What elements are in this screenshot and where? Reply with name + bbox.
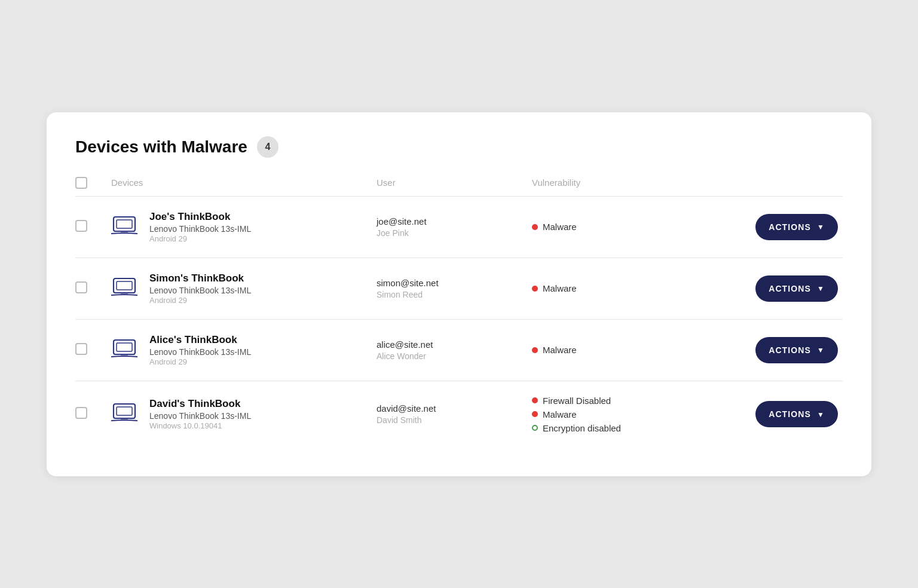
user-cell: simon@site.netSimon Reed [377, 278, 532, 299]
user-cell: alice@site.netAlice Wonder [377, 339, 532, 361]
row-checkbox-0[interactable] [75, 220, 87, 232]
device-name: David's ThinkBook [149, 398, 251, 410]
actions-button-label: ACTIONS [769, 345, 811, 355]
red-dot-icon [532, 411, 538, 417]
vulnerability-cell: Malware [532, 345, 723, 355]
device-info: Simon's ThinkBookLenovo ThinkBook 13s-IM… [149, 272, 251, 305]
chevron-down-icon: ▼ [817, 346, 825, 354]
vuln-label: Malware [543, 409, 577, 419]
actions-button[interactable]: ACTIONS▼ [755, 401, 838, 427]
user-name: Alice Wonder [377, 351, 532, 361]
svg-rect-2 [121, 231, 128, 233]
vuln-item: Encryption disabled [532, 423, 723, 433]
vuln-label: Malware [543, 283, 577, 293]
user-email: david@site.net [377, 403, 532, 414]
device-cell: Simon's ThinkBookLenovo ThinkBook 13s-IM… [111, 272, 377, 305]
checkbox-cell [75, 220, 111, 234]
table-row: Alice's ThinkBookLenovo ThinkBook 13s-IM… [75, 320, 843, 381]
device-name: Simon's ThinkBook [149, 272, 251, 284]
laptop-icon [111, 276, 137, 301]
svg-rect-10 [117, 407, 132, 415]
vuln-label: Firewall Disabled [543, 396, 611, 406]
checkbox-cell [75, 343, 111, 357]
vuln-item: Malware [532, 345, 723, 355]
device-os: Android 29 [149, 296, 251, 305]
row-checkbox-3[interactable] [75, 407, 87, 419]
table-header: Devices User Vulnerability [75, 177, 843, 197]
device-os: Windows 10.0.19041 [149, 421, 251, 430]
device-name: Joe's ThinkBook [149, 211, 251, 223]
checkbox-cell [75, 407, 111, 421]
checkbox-cell [75, 281, 111, 296]
table-row: David's ThinkBookLenovo ThinkBook 13s-IM… [75, 381, 843, 448]
vuln-item: Firewall Disabled [532, 396, 723, 406]
actions-button[interactable]: ACTIONS▼ [755, 214, 838, 240]
svg-rect-7 [117, 343, 132, 351]
user-email: alice@site.net [377, 339, 532, 350]
device-cell: David's ThinkBookLenovo ThinkBook 13s-IM… [111, 398, 377, 430]
red-dot-icon [532, 224, 538, 230]
laptop-icon [111, 215, 137, 240]
row-checkbox-2[interactable] [75, 343, 87, 355]
main-card: Devices with Malware 4 Devices User Vuln… [47, 112, 871, 476]
col-vulnerability: Vulnerability [532, 177, 723, 188]
svg-rect-4 [117, 281, 132, 290]
svg-rect-8 [121, 354, 128, 356]
device-cell: Joe's ThinkBookLenovo ThinkBook 13s-IMLA… [111, 211, 377, 243]
chevron-down-icon: ▼ [817, 411, 825, 419]
table-row: Simon's ThinkBookLenovo ThinkBook 13s-IM… [75, 258, 843, 320]
user-name: Simon Reed [377, 290, 532, 299]
device-os: Android 29 [149, 357, 251, 366]
chevron-down-icon: ▼ [817, 284, 825, 293]
row-checkbox-1[interactable] [75, 281, 87, 293]
actions-button[interactable]: ACTIONS▼ [755, 275, 838, 302]
device-model: Lenovo ThinkBook 13s-IML [149, 347, 251, 357]
red-dot-icon [532, 397, 538, 403]
user-cell: joe@site.netJoe Pink [377, 216, 532, 238]
device-info: Alice's ThinkBookLenovo ThinkBook 13s-IM… [149, 334, 251, 366]
vuln-item: Malware [532, 409, 723, 419]
user-name: David Smith [377, 415, 532, 425]
laptop-icon [111, 338, 137, 363]
select-all-checkbox[interactable] [75, 177, 87, 189]
col-devices: Devices [111, 177, 377, 188]
actions-cell: ACTIONS▼ [723, 214, 843, 240]
count-badge: 4 [257, 136, 279, 158]
actions-button-label: ACTIONS [769, 284, 811, 293]
actions-cell: ACTIONS▼ [723, 337, 843, 363]
device-os: Android 29 [149, 234, 251, 243]
vuln-item: Malware [532, 222, 723, 232]
device-model: Lenovo ThinkBook 13s-IML [149, 224, 251, 234]
device-info: Joe's ThinkBookLenovo ThinkBook 13s-IMLA… [149, 211, 251, 243]
vulnerability-cell: Malware [532, 283, 723, 293]
red-dot-icon [532, 286, 538, 292]
actions-button[interactable]: ACTIONS▼ [755, 337, 838, 363]
laptop-icon [111, 402, 137, 427]
device-model: Lenovo ThinkBook 13s-IML [149, 411, 251, 421]
vulnerability-cell: Malware [532, 222, 723, 232]
user-email: simon@site.net [377, 278, 532, 288]
user-cell: david@site.netDavid Smith [377, 403, 532, 425]
actions-cell: ACTIONS▼ [723, 275, 843, 302]
vuln-item: Malware [532, 283, 723, 293]
svg-rect-5 [121, 293, 128, 295]
svg-rect-11 [121, 418, 128, 420]
user-email: joe@site.net [377, 216, 532, 226]
chevron-down-icon: ▼ [817, 223, 825, 231]
red-dot-icon [532, 347, 538, 353]
vulnerability-cell: Firewall DisabledMalwareEncryption disab… [532, 396, 723, 433]
actions-cell: ACTIONS▼ [723, 401, 843, 427]
device-info: David's ThinkBookLenovo ThinkBook 13s-IM… [149, 398, 251, 430]
actions-button-label: ACTIONS [769, 409, 811, 419]
header-checkbox-col [75, 177, 111, 189]
col-user: User [377, 177, 532, 188]
vuln-label: Encryption disabled [543, 423, 621, 433]
device-name: Alice's ThinkBook [149, 334, 251, 346]
table-body: Joe's ThinkBookLenovo ThinkBook 13s-IMLA… [75, 197, 843, 448]
user-name: Joe Pink [377, 228, 532, 238]
actions-button-label: ACTIONS [769, 222, 811, 232]
page-header: Devices with Malware 4 [75, 136, 843, 158]
vuln-label: Malware [543, 222, 577, 232]
vuln-label: Malware [543, 345, 577, 355]
green-outline-dot-icon [532, 425, 538, 431]
